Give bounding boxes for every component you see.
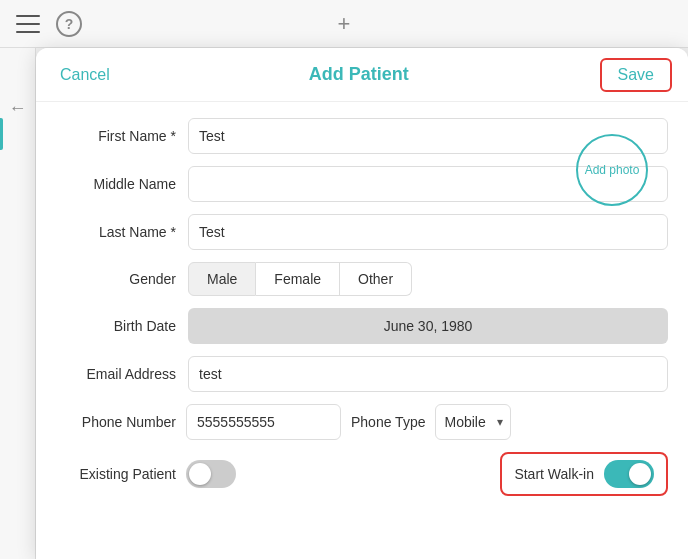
cancel-button[interactable]: Cancel bbox=[52, 62, 118, 88]
phone-label: Phone Number bbox=[56, 414, 176, 430]
birth-date-picker[interactable]: June 30, 1980 bbox=[188, 308, 668, 344]
top-bar: ? + bbox=[0, 0, 688, 48]
first-name-label: First Name * bbox=[56, 128, 176, 144]
existing-patient-toggle[interactable] bbox=[186, 460, 236, 488]
modal-title: Add Patient bbox=[309, 64, 409, 85]
gender-other-button[interactable]: Other bbox=[340, 262, 412, 296]
bottom-row: Existing Patient Start Walk-in bbox=[56, 452, 668, 496]
last-name-label: Last Name * bbox=[56, 224, 176, 240]
middle-name-label: Middle Name bbox=[56, 176, 176, 192]
last-name-input[interactable] bbox=[188, 214, 668, 250]
add-patient-modal: Cancel Add Patient Save First Name * Mid… bbox=[36, 48, 688, 559]
phone-type-select[interactable]: Mobile Home Work bbox=[435, 404, 511, 440]
last-name-row: Last Name * bbox=[56, 214, 668, 250]
add-photo-button[interactable]: Add photo bbox=[576, 134, 648, 206]
gender-group: Male Female Other bbox=[188, 262, 412, 296]
help-icon[interactable]: ? bbox=[56, 11, 82, 37]
existing-patient-thumb bbox=[189, 463, 211, 485]
existing-patient-section: Existing Patient bbox=[56, 460, 484, 488]
phone-type-label: Phone Type bbox=[351, 414, 425, 430]
app-background: ? + ← Cancel Add Patient Save First Name… bbox=[0, 0, 688, 559]
birth-date-label: Birth Date bbox=[56, 318, 176, 334]
birth-date-row: Birth Date June 30, 1980 bbox=[56, 308, 668, 344]
plus-icon[interactable]: + bbox=[338, 11, 351, 37]
sidebar: ← bbox=[0, 48, 36, 559]
save-button[interactable]: Save bbox=[600, 58, 672, 92]
email-label: Email Address bbox=[56, 366, 176, 382]
gender-row: Gender Male Female Other bbox=[56, 262, 668, 296]
hamburger-icon[interactable] bbox=[16, 15, 40, 33]
first-name-row: First Name * bbox=[56, 118, 668, 154]
phone-row: Phone Number Phone Type Mobile Home Work bbox=[56, 404, 668, 440]
email-input[interactable] bbox=[188, 356, 668, 392]
phone-input[interactable] bbox=[186, 404, 341, 440]
start-walkin-section: Start Walk-in bbox=[500, 452, 668, 496]
gender-male-button[interactable]: Male bbox=[188, 262, 256, 296]
sidebar-accent bbox=[0, 118, 3, 150]
gender-female-button[interactable]: Female bbox=[256, 262, 340, 296]
existing-patient-label: Existing Patient bbox=[56, 466, 176, 482]
start-walkin-thumb bbox=[629, 463, 651, 485]
email-row: Email Address bbox=[56, 356, 668, 392]
back-arrow-icon[interactable]: ← bbox=[9, 98, 27, 119]
phone-type-wrapper: Mobile Home Work bbox=[435, 404, 511, 440]
name-fields: First Name * Middle Name Last Name * bbox=[56, 118, 668, 250]
start-walkin-toggle[interactable] bbox=[604, 460, 654, 488]
start-walkin-label: Start Walk-in bbox=[514, 466, 594, 482]
modal-header: Cancel Add Patient Save bbox=[36, 48, 688, 102]
modal-body: First Name * Middle Name Last Name * bbox=[36, 102, 688, 512]
gender-label: Gender bbox=[56, 271, 176, 287]
name-photo-section: First Name * Middle Name Last Name * bbox=[56, 118, 668, 250]
